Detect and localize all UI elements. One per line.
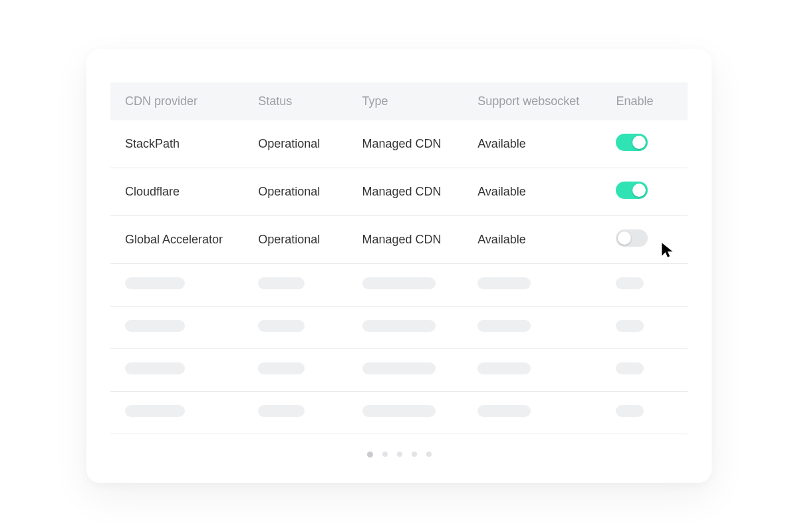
cell-websocket: Available: [468, 216, 606, 264]
cdn-table-card: CDN provider Status Type Support websock…: [86, 49, 712, 483]
skeleton-cell: [477, 320, 531, 332]
table-header-row: CDN provider Status Type Support websock…: [110, 82, 688, 120]
skeleton-cell: [616, 405, 644, 417]
skeleton-cell: [258, 277, 305, 289]
skeleton-cell: [616, 320, 644, 332]
skeleton-cell: [477, 362, 531, 374]
cell-provider: Global Accelerator: [110, 216, 249, 264]
header-websocket: Support websocket: [468, 82, 606, 120]
header-type: Type: [353, 82, 469, 120]
pagination-dots: [110, 434, 688, 463]
skeleton-cell: [125, 320, 185, 332]
cell-websocket: Available: [468, 120, 606, 168]
skeleton-cell: [362, 405, 436, 417]
skeleton-cell: [477, 277, 531, 289]
skeleton-cell: [362, 320, 436, 332]
cell-type: Managed CDN: [353, 168, 469, 216]
skeleton-cell: [125, 277, 185, 289]
skeleton-cell: [125, 405, 185, 417]
page-dot[interactable]: [397, 452, 402, 457]
table-row: Global Accelerator Operational Managed C…: [110, 216, 688, 264]
page-dot[interactable]: [382, 452, 388, 457]
skeleton-cell: [258, 320, 305, 332]
cell-websocket: Available: [468, 168, 606, 216]
table-row-skeleton: [110, 264, 688, 307]
skeleton-cell: [362, 362, 436, 374]
cdn-table: CDN provider Status Type Support websock…: [110, 82, 688, 434]
table-row-skeleton: [110, 392, 688, 434]
cell-enable: [606, 216, 688, 264]
enable-toggle[interactable]: [616, 182, 648, 199]
enable-toggle[interactable]: [616, 134, 648, 151]
cell-status: Operational: [249, 168, 352, 216]
table-row-skeleton: [110, 307, 688, 349]
page-dot[interactable]: [412, 452, 417, 457]
header-provider: CDN provider: [110, 82, 249, 120]
table-row: StackPath Operational Managed CDN Availa…: [110, 120, 688, 168]
skeleton-cell: [258, 405, 305, 417]
page-dot[interactable]: [367, 452, 373, 458]
table-row-skeleton: [110, 349, 688, 392]
header-status: Status: [249, 82, 352, 120]
skeleton-cell: [362, 277, 436, 289]
cell-status: Operational: [249, 216, 352, 264]
skeleton-cell: [125, 362, 185, 374]
skeleton-cell: [477, 405, 531, 417]
cell-enable: [606, 120, 688, 168]
cell-provider: Cloudflare: [110, 168, 249, 216]
skeleton-cell: [616, 277, 644, 289]
cell-type: Managed CDN: [353, 216, 469, 264]
cell-status: Operational: [249, 120, 352, 168]
cell-type: Managed CDN: [353, 120, 469, 168]
enable-toggle[interactable]: [616, 229, 648, 247]
cell-enable: [606, 168, 688, 216]
skeleton-cell: [616, 362, 644, 374]
cell-provider: StackPath: [110, 120, 249, 168]
header-enable: Enable: [606, 82, 688, 120]
page-dot[interactable]: [426, 452, 432, 457]
skeleton-cell: [258, 362, 305, 374]
table-row: Cloudflare Operational Managed CDN Avail…: [110, 168, 688, 216]
